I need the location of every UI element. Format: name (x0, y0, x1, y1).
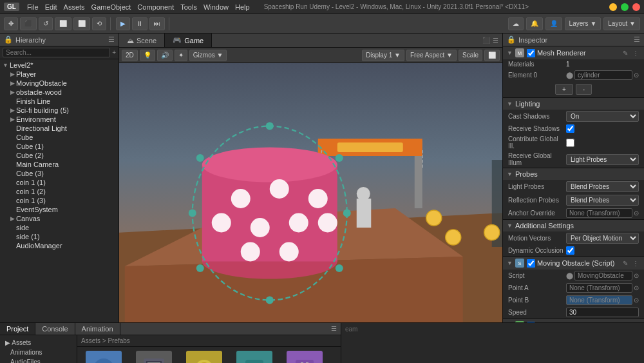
mesh-renderer-more-icon[interactable]: ⋮ (631, 50, 640, 57)
dynamic-occlusion-check[interactable] (566, 246, 574, 255)
transform-tool[interactable]: ⟲ (92, 17, 106, 30)
sphere-collider-edit-icon[interactable]: ✎ (621, 322, 629, 323)
light-probes-select[interactable]: Blend Probes (566, 181, 639, 192)
contribute-gi-check[interactable] (566, 139, 574, 147)
receive-gi-select[interactable]: Light Probes (566, 154, 639, 165)
hier-item-cube3[interactable]: ▶Cube (3) (0, 169, 118, 178)
point-a-pick[interactable]: ⊙ (634, 284, 639, 291)
asset-canvas[interactable]: Canvas (131, 351, 176, 363)
cast-shadows-select[interactable]: OnOffTwo Sided (566, 111, 639, 122)
hier-item-coin1[interactable]: ▶coin 1 (1) (0, 178, 118, 187)
point-a-field[interactable]: None (Transform) (566, 283, 632, 293)
layout-dropdown[interactable]: Layout ▼ (603, 17, 640, 30)
scene-audio-btn[interactable]: 🔊 (157, 50, 173, 61)
sphere-collider-toggle[interactable] (527, 322, 535, 323)
menu-gameobject[interactable]: GameObject (91, 3, 131, 11)
hier-item-movingobstacle[interactable]: ▶MovingObstacle (0, 79, 118, 88)
rect-tool[interactable]: ⬜ (73, 17, 90, 30)
scene-fx-btn[interactable]: ✦ (175, 50, 187, 61)
scene-gizmos-btn[interactable]: Gizmos ▼ (189, 50, 227, 61)
receive-shadows-check[interactable] (566, 124, 574, 133)
hier-item-side[interactable]: ▶side (0, 223, 118, 232)
hier-item-obstacle-wood[interactable]: ▶obstacle-wood (0, 88, 118, 97)
mesh-renderer-toggle[interactable] (527, 49, 535, 57)
folder-animations[interactable]: Animations (3, 348, 74, 357)
hier-item-maincam[interactable]: ▶Main Camera (0, 160, 118, 169)
mesh-renderer-edit-icon[interactable]: ✎ (621, 50, 629, 57)
element0-pick-icon[interactable]: ⊙ (634, 72, 639, 79)
moving-obstacle-more-icon[interactable]: ⋮ (631, 260, 640, 267)
moving-obstacle-edit-icon[interactable]: ✎ (621, 260, 629, 267)
scale-tool[interactable]: ⬜ (55, 17, 71, 30)
hier-item-audiomanager[interactable]: ▶AudioManager (0, 241, 118, 250)
asset-finishline[interactable]: Finish Line (282, 351, 327, 363)
layers-dropdown[interactable]: Layers ▼ (565, 17, 601, 30)
point-b-field[interactable]: None (Transform) (566, 295, 632, 305)
tab-animation[interactable]: Animation (75, 323, 120, 335)
account-button[interactable]: 👤 (545, 17, 562, 30)
menu-file[interactable]: File (27, 3, 39, 11)
scene-display-btn[interactable]: Display 1 ▼ (362, 50, 404, 61)
play-button[interactable]: ▶ (116, 17, 130, 30)
point-b-pick[interactable]: ⊙ (634, 297, 639, 304)
motion-vectors-select[interactable]: Per Object Motion (566, 233, 639, 244)
scene-menu-icon[interactable]: ☰ (493, 37, 498, 44)
cloud-button[interactable]: 🔔 (526, 17, 543, 30)
inspector-menu-icon[interactable]: ☰ (634, 35, 640, 44)
mo-script-field[interactable]: MovingObstacle (574, 271, 632, 280)
maximize-button[interactable] (621, 3, 629, 11)
anchor-pick-icon[interactable]: ⊙ (634, 210, 639, 217)
hier-item-scifi[interactable]: ▶Sci-fi building (5) (0, 106, 118, 115)
hier-item-cube2[interactable]: ▶Cube (2) (0, 151, 118, 160)
collab-button[interactable]: ☁ (508, 17, 524, 30)
probes-header[interactable]: ▼ Probes (503, 168, 644, 180)
hier-item-coin2[interactable]: ▶coin 1 (2) (0, 187, 118, 196)
hierarchy-search[interactable] (3, 48, 110, 57)
hier-item-dirlight[interactable]: ▶Directional Light (0, 124, 118, 133)
asset-coin[interactable]: $ coin 1 (1) (182, 351, 227, 363)
hier-item-player[interactable]: ▶Player (0, 70, 118, 79)
hand-tool[interactable]: ✥ (4, 17, 18, 30)
minimize-button[interactable] (609, 3, 617, 11)
hier-item-level2[interactable]: ▼Level2* (0, 61, 118, 70)
hier-item-environment[interactable]: ▶Environment (0, 115, 118, 124)
scene-maximize-btn[interactable]: ⬜ (484, 50, 500, 61)
menu-component[interactable]: Component (137, 3, 174, 11)
material-add-btn[interactable]: + (555, 84, 573, 95)
tab-scene[interactable]: ⛰ Scene (119, 34, 165, 47)
menu-edit[interactable]: Edit (45, 3, 57, 11)
move-tool[interactable]: ⬛ (20, 17, 37, 30)
scene-lighting-btn[interactable]: 💡 (140, 50, 155, 61)
menu-assets[interactable]: Assets (64, 3, 85, 11)
lighting-header[interactable]: ▼ Lighting (503, 98, 644, 110)
scene-view[interactable]: x y z Persp (119, 63, 502, 322)
menu-window[interactable]: Window (204, 3, 229, 11)
mo-script-pick[interactable]: ⊙ (634, 272, 639, 279)
menu-help[interactable]: Help (235, 3, 250, 11)
scene-maximize-icon[interactable]: ⬛ (482, 37, 490, 44)
scene-2d-btn[interactable]: 2D (122, 50, 138, 61)
sphere-collider-more-icon[interactable]: ⋮ (631, 322, 640, 323)
hier-item-canvas[interactable]: ▶Canvas (0, 214, 118, 223)
asset-eventsystem[interactable]: ⚙ EventSyst... (232, 351, 277, 363)
mesh-renderer-header[interactable]: ▼ M Mesh Renderer ✎ ⋮ (503, 46, 644, 59)
hier-item-finishline[interactable]: ▶Finish Line (0, 97, 118, 106)
menu-tools[interactable]: Tools (180, 3, 197, 11)
moving-obstacle-header[interactable]: ▼ S Moving Obstacle (Script) ✎ ⋮ (503, 257, 644, 270)
anchor-override-field[interactable]: None (Transform) (566, 208, 632, 218)
moving-obstacle-toggle[interactable] (527, 259, 535, 268)
tab-game[interactable]: 🎮 Game (165, 34, 212, 47)
folder-assets[interactable]: ▶ Assets (3, 338, 74, 348)
hierarchy-menu-icon[interactable]: ☰ (108, 35, 115, 44)
folder-audiofiles[interactable]: AudioFiles (3, 357, 74, 363)
scene-scale-btn[interactable]: Scale (459, 50, 482, 61)
additional-settings-header[interactable]: ▼ Additional Settings (503, 220, 644, 231)
hier-item-cube[interactable]: ▶Cube (0, 133, 118, 142)
step-button[interactable]: ⏭ (149, 17, 165, 30)
hier-item-side1[interactable]: ▶side (1) (0, 232, 118, 241)
hier-item-coin3[interactable]: ▶coin 1 (3) (0, 196, 118, 205)
material-remove-btn[interactable]: - (576, 84, 592, 95)
asset-audioman[interactable]: ♪ AudioMan... (81, 351, 126, 363)
speed-field[interactable] (566, 308, 639, 317)
hierarchy-add-icon[interactable]: + (112, 49, 116, 56)
